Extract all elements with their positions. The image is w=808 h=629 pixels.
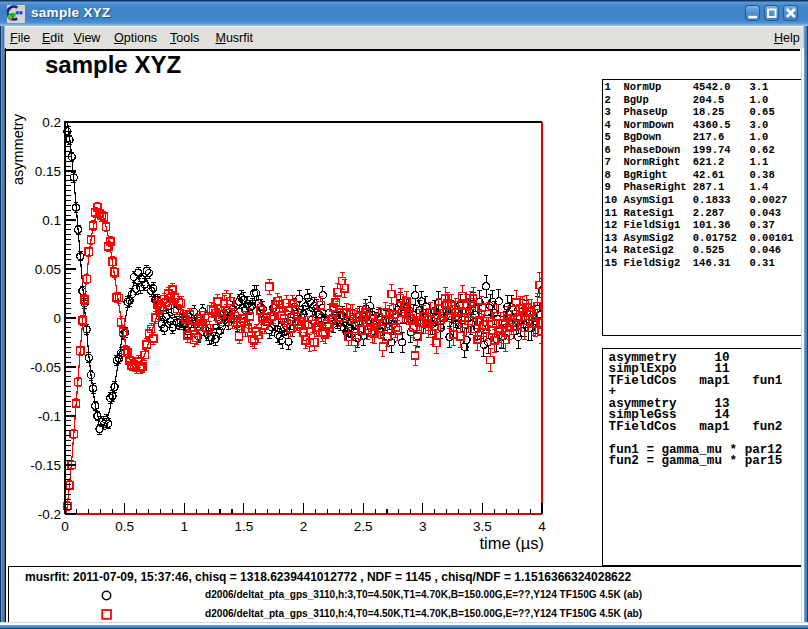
svg-text:0.1: 0.1 bbox=[42, 213, 61, 228]
svg-text:0.2: 0.2 bbox=[42, 115, 61, 130]
svg-text:-0.1: -0.1 bbox=[38, 409, 61, 424]
svg-text:4: 4 bbox=[538, 519, 546, 534]
svg-text:1.5: 1.5 bbox=[235, 519, 254, 534]
svg-text:0: 0 bbox=[61, 519, 69, 534]
svg-text:1: 1 bbox=[180, 519, 188, 534]
svg-text:2: 2 bbox=[300, 519, 308, 534]
svg-text:sample XYZ: sample XYZ bbox=[45, 51, 181, 78]
svg-text:0: 0 bbox=[53, 311, 61, 326]
svg-text:0.5: 0.5 bbox=[115, 519, 134, 534]
svg-text:asymmetry: asymmetry bbox=[10, 113, 26, 185]
svg-text:-0.15: -0.15 bbox=[30, 458, 61, 473]
svg-text:-0.05: -0.05 bbox=[30, 360, 61, 375]
svg-text:0.05: 0.05 bbox=[35, 262, 61, 277]
svg-text:3.5: 3.5 bbox=[473, 519, 492, 534]
svg-text:2.5: 2.5 bbox=[354, 519, 373, 534]
svg-text:0.15: 0.15 bbox=[35, 164, 61, 179]
svg-text:-0.2: -0.2 bbox=[38, 507, 61, 522]
svg-text:3: 3 bbox=[419, 519, 427, 534]
svg-text:time (µs): time (µs) bbox=[479, 534, 544, 552]
